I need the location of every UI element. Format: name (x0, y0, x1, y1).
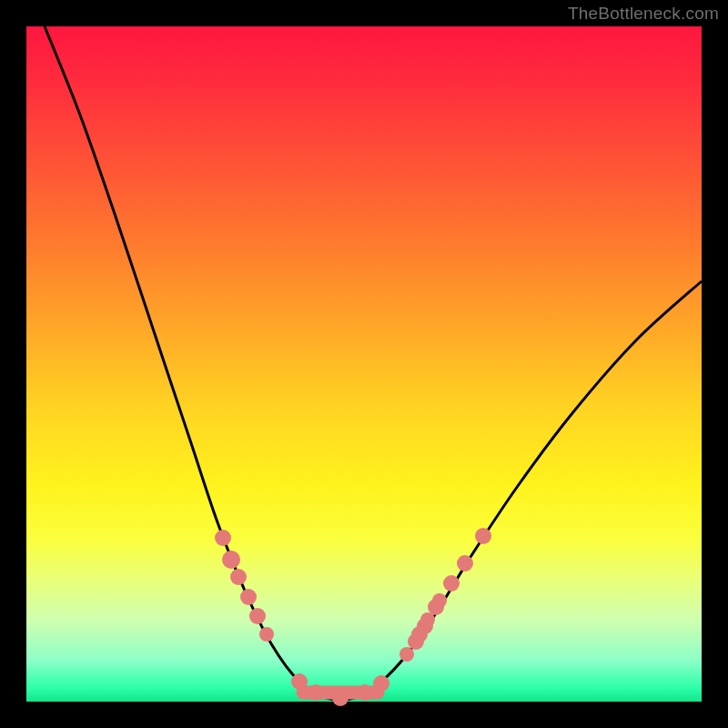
plot-area (26, 26, 702, 702)
marker-dot (457, 555, 473, 571)
marker-dot (432, 593, 447, 608)
marker-dot (475, 528, 491, 544)
marker-dot (230, 569, 247, 585)
marker-dot-layer (215, 528, 491, 706)
marker-dot (443, 575, 460, 592)
marker-dot (332, 690, 349, 706)
marker-dot (291, 673, 308, 690)
marker-dot (373, 675, 389, 692)
chart-container: TheBottleneck.com (0, 0, 728, 728)
bottleneck-curve (45, 26, 702, 700)
marker-dot (249, 608, 266, 624)
marker-dot (222, 551, 240, 569)
marker-dot (308, 684, 324, 701)
marker-dot (357, 684, 373, 701)
marker-dot (399, 647, 414, 662)
marker-dot (259, 627, 274, 642)
marker-dot (420, 612, 435, 627)
marker-dot (240, 589, 257, 605)
marker-dot (215, 530, 231, 546)
watermark-text: TheBottleneck.com (568, 4, 719, 24)
curve-svg (26, 26, 702, 702)
